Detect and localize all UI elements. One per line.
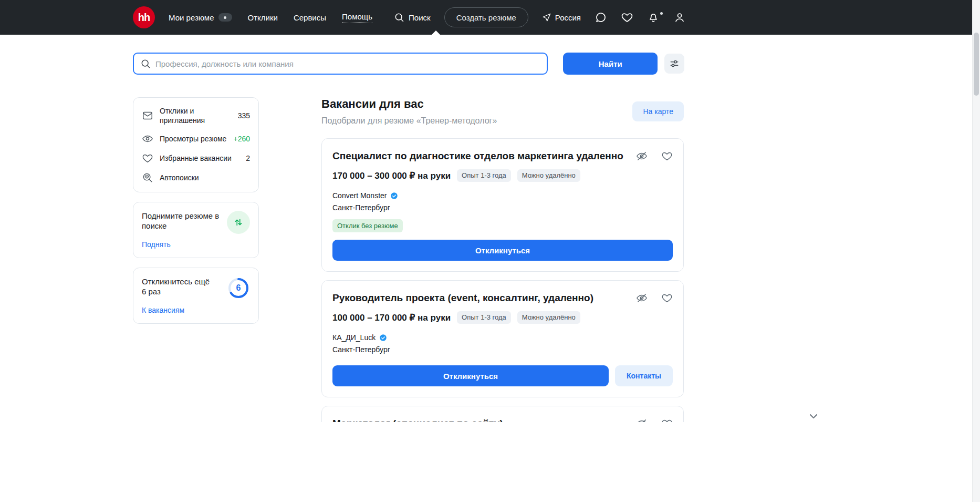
vacancy-card: Руководитель проекта (event, консалтинг,… (321, 280, 684, 397)
vacancy-buttons: Откликнуться (332, 240, 673, 261)
favorite-heart-icon[interactable] (661, 292, 673, 304)
vacancy-city: Санкт-Петербург (332, 345, 673, 354)
remote-tag: Можно удалённо (517, 169, 580, 182)
company-row[interactable]: Convert Monster (332, 191, 673, 200)
boost-resume-link[interactable]: Поднять (142, 240, 171, 249)
nav-responses[interactable]: Отклики (248, 13, 278, 22)
hide-vacancy-icon[interactable] (636, 150, 648, 162)
page-title: Вакансии для вас (321, 97, 497, 111)
stat-value: 2 (246, 154, 250, 162)
company-row[interactable]: КА_ДИ_Luck (332, 333, 673, 342)
favorite-heart-icon[interactable] (661, 150, 673, 162)
region-selector[interactable]: Россия (542, 13, 581, 22)
vacancy-top-row: Специалист по диагностике отделов маркет… (332, 149, 673, 163)
hide-vacancy-icon[interactable] (636, 292, 648, 304)
find-button[interactable]: Найти (563, 53, 658, 75)
boost-card-top: Поднимите резюме в поиске (142, 211, 250, 234)
on-map-button[interactable]: На карте (632, 101, 684, 121)
stat-label: Избранные вакансии (160, 153, 239, 163)
remote-tag: Можно удалённо (517, 311, 580, 324)
autosearch-icon (142, 172, 153, 183)
nav-services[interactable]: Сервисы (294, 13, 326, 22)
salary-row: 100 000 – 170 000 ₽ на руки Опыт 1-3 год… (332, 311, 673, 324)
tune-filter-icon (669, 58, 680, 69)
scrollbar-track[interactable] (972, 0, 980, 502)
sidebar-item-autosearches[interactable]: Автопоиски (142, 172, 250, 183)
stats-card: Отклики и приглашения 335 Просмотры резю… (133, 97, 259, 192)
vacancy-title-link[interactable]: Руководитель проекта (event, консалтинг,… (332, 291, 636, 305)
eye-icon (142, 133, 153, 145)
nav-responses-label: Отклики (248, 13, 278, 22)
stat-label: Отклики и приглашения (160, 106, 232, 125)
stat-value: 335 (238, 111, 250, 120)
company-name: КА_ДИ_Luck (332, 333, 376, 342)
header-search-label: Поиск (409, 13, 431, 22)
location-arrow-icon (542, 13, 551, 22)
respond-card-top: Откликнитесь ещё 6 раз 6 (142, 276, 250, 300)
vacancies-header-text: Вакансии для вас Подобрали для резюме «Т… (321, 97, 497, 126)
salary: 170 000 – 300 000 ₽ на руки (332, 170, 451, 181)
vacancy-actions (636, 149, 673, 162)
main-nav: Мои резюме Отклики Сервисы Помощь (169, 12, 372, 23)
page-content: Найти Отклики (133, 53, 684, 469)
notifications-bell-icon[interactable] (647, 11, 660, 24)
search-dropdown-notch (431, 30, 441, 35)
create-resume-button[interactable]: Создать резюме (444, 7, 528, 27)
nav-my-resumes-label: Мои резюме (169, 13, 214, 22)
sidebar-item-responses-invitations[interactable]: Отклики и приглашения 335 (142, 106, 250, 125)
vacancy-title-link[interactable]: Специалист по диагностике отделов маркет… (332, 149, 636, 163)
scrollbar-thumb[interactable] (974, 33, 979, 96)
new-indicator-badge (218, 13, 232, 22)
sidebar-item-favorite-vacancies[interactable]: Избранные вакансии 2 (142, 152, 250, 164)
profile-icon[interactable] (673, 11, 686, 24)
apply-button[interactable]: Откликнуться (332, 365, 609, 386)
content-row: Отклики и приглашения 335 Просмотры резю… (133, 97, 684, 469)
header-search-button[interactable]: Поиск (394, 12, 431, 23)
nav-my-resumes[interactable]: Мои резюме (169, 13, 232, 22)
nav-services-label: Сервисы (294, 13, 326, 22)
quick-apply-tag: Отклик без резюме (332, 219, 403, 232)
contacts-button[interactable]: Контакты (615, 365, 673, 386)
header-right-group: Поиск Создать резюме Россия (394, 7, 686, 27)
boost-resume-card: Поднимите резюме в поиске Поднять (133, 202, 259, 258)
to-vacancies-link[interactable]: К вакансиям (142, 306, 184, 314)
respond-more-card: Откликнитесь ещё 6 раз 6 К вакансиям (133, 268, 259, 324)
experience-tag: Опыт 1-3 года (457, 169, 511, 182)
envelope-icon (142, 110, 153, 121)
verified-badge-icon (379, 334, 387, 342)
respond-card-title: Откликнитесь ещё 6 раз (142, 276, 215, 296)
search-box (133, 53, 548, 75)
favorites-heart-icon[interactable] (621, 11, 633, 24)
nav-help[interactable]: Помощь (342, 12, 372, 23)
heart-icon (142, 152, 153, 164)
respond-progress-ring: 6 (227, 276, 250, 300)
stat-value: +260 (233, 135, 250, 143)
nav-help-label: Помощь (342, 12, 372, 23)
top-navigation-bar: hh Мои резюме Отклики Сервисы Помощь (0, 0, 980, 35)
salary: 100 000 – 170 000 ₽ на руки (332, 312, 451, 323)
vacancy-buttons: Откликнуться Контакты (332, 365, 673, 386)
vacancy-city: Санкт-Петербург (332, 203, 673, 212)
scroll-down-chevron-icon[interactable] (809, 413, 818, 420)
vacancy-card: Специалист по диагностике отделов маркет… (321, 138, 684, 272)
salary-row: 170 000 – 300 000 ₽ на руки Опыт 1-3 год… (332, 169, 673, 182)
sidebar: Отклики и приглашения 335 Просмотры резю… (133, 97, 259, 324)
verified-badge-icon (390, 192, 398, 200)
apply-button[interactable]: Откликнуться (332, 240, 673, 261)
region-label: Россия (555, 13, 581, 22)
browser-viewport: hh Мои резюме Отклики Сервисы Помощь (0, 0, 980, 502)
search-input-icon (140, 58, 151, 69)
respond-count: 6 (227, 276, 250, 300)
experience-tag: Опыт 1-3 года (457, 311, 511, 324)
filters-button[interactable] (664, 54, 684, 74)
boost-arrows-icon (227, 211, 250, 234)
search-row: Найти (133, 53, 684, 75)
search-input[interactable] (155, 59, 540, 68)
chat-icon[interactable] (595, 11, 607, 24)
page-subtitle: Подобрали для резюме «Тренер-методолог» (321, 116, 497, 126)
notification-dot (660, 12, 663, 15)
viewport-bottom-mask (0, 422, 972, 502)
stat-label: Просмотры резюме (160, 134, 227, 144)
hh-logo[interactable]: hh (133, 6, 155, 28)
sidebar-item-resume-views[interactable]: Просмотры резюме +260 (142, 133, 250, 145)
